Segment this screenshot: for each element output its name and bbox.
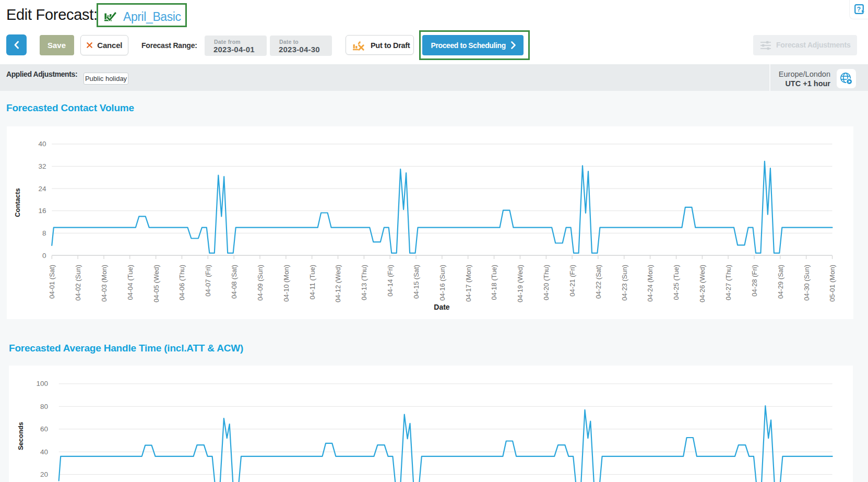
svg-text:04-12 (Wed): 04-12 (Wed): [334, 265, 342, 302]
svg-text:Contacts: Contacts: [13, 188, 21, 217]
svg-text:04-26 (Wed): 04-26 (Wed): [698, 265, 706, 302]
svg-text:04-27 (Thu): 04-27 (Thu): [724, 265, 732, 300]
svg-text:04-03 (Mon): 04-03 (Mon): [100, 265, 108, 302]
svg-text:0: 0: [42, 252, 46, 260]
svg-text:?: ?: [857, 6, 861, 13]
svg-text:04-19 (Wed): 04-19 (Wed): [516, 265, 524, 302]
svg-text:04-10 (Mon): 04-10 (Mon): [282, 265, 290, 302]
svg-text:16: 16: [38, 207, 46, 215]
svg-text:05-01 (Mon): 05-01 (Mon): [828, 265, 836, 302]
svg-text:20: 20: [40, 471, 48, 478]
svg-text:Seconds: Seconds: [17, 421, 25, 450]
svg-text:80: 80: [40, 402, 48, 410]
svg-text:04-17 (Mon): 04-17 (Mon): [464, 265, 472, 302]
svg-text:04-08 (Sat): 04-08 (Sat): [230, 265, 238, 299]
svg-text:04-29 (Sat): 04-29 (Sat): [776, 265, 784, 299]
svg-text:40: 40: [40, 448, 48, 455]
svg-text:04-15 (Sat): 04-15 (Sat): [412, 265, 420, 299]
svg-text:04-30 (Sun): 04-30 (Sun): [802, 265, 810, 301]
svg-text:04-21 (Fri): 04-21 (Fri): [568, 265, 576, 297]
svg-text:04-20 (Thu): 04-20 (Thu): [542, 265, 550, 300]
svg-text:04-23 (Sun): 04-23 (Sun): [620, 265, 628, 301]
svg-text:04-18 (Tue): 04-18 (Tue): [490, 265, 498, 300]
svg-text:100: 100: [36, 380, 48, 387]
svg-text:04-07 (Fri): 04-07 (Fri): [204, 265, 212, 297]
svg-text:04-01 (Sat): 04-01 (Sat): [48, 265, 56, 299]
svg-text:04-11 (Tue): 04-11 (Tue): [308, 265, 316, 299]
svg-text:04-09 (Sun): 04-09 (Sun): [256, 265, 264, 301]
svg-text:40: 40: [38, 140, 46, 148]
svg-text:04-02 (Sun): 04-02 (Sun): [74, 265, 81, 301]
svg-text:04-22 (Sat): 04-22 (Sat): [594, 265, 602, 299]
svg-text:24: 24: [38, 185, 46, 193]
svg-text:60: 60: [40, 425, 48, 433]
svg-text:32: 32: [38, 162, 46, 170]
svg-text:04-28 (Fri): 04-28 (Fri): [750, 265, 758, 297]
svg-text:04-16 (Sun): 04-16 (Sun): [438, 265, 446, 301]
svg-text:04-14 (Fri): 04-14 (Fri): [386, 265, 394, 297]
svg-text:Date: Date: [434, 303, 450, 311]
svg-text:04-13 (Thu): 04-13 (Thu): [360, 265, 368, 300]
svg-text:8: 8: [42, 229, 46, 237]
svg-text:04-06 (Thu): 04-06 (Thu): [178, 265, 186, 300]
svg-text:04-25 (Tue): 04-25 (Tue): [672, 265, 680, 300]
svg-text:04-04 (Tue): 04-04 (Tue): [126, 265, 134, 300]
svg-text:04-24 (Mon): 04-24 (Mon): [646, 265, 654, 302]
svg-text:04-05 (Wed): 04-05 (Wed): [152, 265, 160, 302]
